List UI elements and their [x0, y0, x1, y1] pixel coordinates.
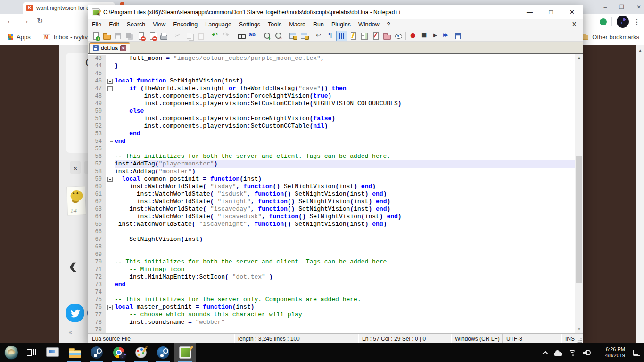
wifi-icon[interactable] — [569, 349, 577, 356]
extension-icon[interactable] — [600, 18, 607, 25]
menu-encoding[interactable]: Encoding — [169, 19, 201, 30]
code-line-69[interactable]: 69 — [88, 251, 575, 258]
editor-scrollbar[interactable]: ▲ ▼ — [575, 54, 583, 333]
npp-close-button[interactable]: ✕ — [561, 5, 583, 19]
taskbar-app-steam-b[interactable] — [152, 343, 174, 362]
onedrive-icon[interactable] — [554, 349, 562, 356]
macro-play-button[interactable] — [430, 31, 441, 41]
menu-view[interactable]: View — [149, 19, 169, 30]
chrome-menu-icon[interactable]: ⋮ — [634, 18, 640, 25]
gmail-icon[interactable]: M — [43, 34, 50, 40]
back-button[interactable]: ← — [7, 16, 14, 25]
scrollbar-up-arrow[interactable]: ▲ — [575, 56, 583, 60]
paste-button[interactable] — [195, 31, 206, 41]
twitter-share-button[interactable] — [66, 304, 84, 322]
status-eol-format[interactable]: Windows (CR LF) — [451, 334, 503, 344]
taskbar-app-system-monitor[interactable] — [41, 343, 63, 362]
code-line-55[interactable]: 55 — [88, 145, 575, 153]
task-view-button[interactable] — [22, 343, 41, 362]
code-editor[interactable]: 43 full_moon = "images/colour_cubes/purp… — [88, 54, 583, 333]
fold-toggle-icon[interactable] — [106, 304, 115, 311]
reload-button[interactable]: ↻ — [37, 16, 43, 25]
menu-settings[interactable]: Settings — [235, 19, 264, 30]
macro-record-button[interactable] — [407, 31, 419, 41]
zoom-out-button[interactable] — [273, 31, 284, 41]
volume-icon[interactable] — [583, 349, 592, 356]
code-line-45[interactable]: 45 — [88, 70, 575, 77]
code-line-51[interactable]: 51 inst.components.playervision:ForceNig… — [88, 115, 575, 123]
profile-avatar[interactable] — [617, 16, 629, 28]
code-line-43[interactable]: 43 full_moon = "images/colour_cubes/purp… — [88, 55, 575, 62]
start-button[interactable] — [0, 343, 22, 362]
copy-button[interactable] — [184, 31, 195, 41]
code-line-56[interactable]: 56-- This initializes for both the serve… — [88, 153, 575, 160]
code-line-59[interactable]: 59 local common_postinit = function(inst… — [88, 175, 575, 183]
menu-search[interactable]: Search — [123, 19, 149, 30]
code-line-70[interactable]: 70-- This initializes for both the serve… — [88, 258, 575, 266]
code-line-72[interactable]: 72 inst.MiniMapEntity:SetIcon( "dot.tex"… — [88, 273, 575, 281]
action-center-icon[interactable] — [633, 350, 640, 356]
find-button[interactable] — [236, 31, 247, 41]
code-line-58[interactable]: 58inst:AddTag("monster") — [88, 168, 575, 175]
code-line-67[interactable]: 67 SetNightVision(inst) — [88, 236, 575, 243]
code-line-63[interactable]: 63 inst:WatchWorldState( "iscaveday", fu… — [88, 206, 575, 213]
code-line-75[interactable]: 75-- This initializes for the server onl… — [88, 296, 575, 304]
user-defined-lang-button[interactable] — [347, 31, 359, 41]
menubar-close-document-button[interactable]: X — [572, 21, 583, 28]
code-line-44[interactable]: 44} — [88, 62, 575, 70]
macro-run-multiple-button[interactable] — [441, 31, 453, 41]
apps-grid-icon[interactable] — [8, 34, 13, 40]
taskbar-app-paint[interactable] — [130, 343, 152, 362]
tray-overflow-chevron-icon[interactable] — [542, 350, 548, 355]
code-line-48[interactable]: 48 inst.components.playervision:ForceNig… — [88, 92, 575, 100]
menu-tools[interactable]: Tools — [264, 19, 285, 30]
replace-button[interactable] — [247, 31, 258, 41]
code-line-49[interactable]: 49 inst.components.playervision:SetCusto… — [88, 100, 575, 107]
taskbar-app-chrome-game[interactable] — [107, 343, 130, 362]
code-line-74[interactable]: 74 — [88, 288, 575, 296]
code-line-47[interactable]: 47 if (TheWorld.state.isnight or TheWorl… — [88, 85, 575, 92]
macro-stop-button[interactable] — [419, 31, 430, 41]
close-file-button[interactable] — [135, 31, 147, 41]
monitoring-button[interactable] — [393, 31, 404, 41]
sync-h-scroll-button[interactable] — [299, 31, 310, 41]
document-tab-dotlua[interactable]: dot.lua ✕ — [89, 42, 130, 53]
status-encoding[interactable]: UTF-8 — [503, 334, 561, 344]
open-file-button[interactable] — [101, 31, 113, 41]
print-button[interactable] — [158, 31, 169, 41]
bookmark-apps[interactable]: Apps — [17, 33, 31, 41]
taskbar-app-notepad-plus-plus[interactable] — [174, 343, 196, 362]
menu-file[interactable]: File — [88, 19, 105, 30]
code-line-66[interactable]: 66 — [88, 228, 575, 236]
chrome-restore-button[interactable]: ❐ — [619, 4, 624, 10]
close-all-button[interactable] — [147, 31, 158, 41]
save-button[interactable] — [113, 31, 124, 41]
show-all-chars-button[interactable] — [325, 31, 336, 41]
code-line-54[interactable]: 54end — [88, 138, 575, 145]
undo-button[interactable] — [210, 31, 221, 41]
npp-maximize-button[interactable]: □ — [540, 5, 561, 19]
chrome-close-button[interactable]: ✕ — [636, 4, 641, 10]
doc-map-button[interactable] — [359, 31, 370, 41]
function-list-button[interactable] — [370, 31, 381, 41]
folder-workspace-button[interactable] — [381, 31, 393, 41]
menu-window[interactable]: Window — [355, 19, 383, 30]
code-line-52[interactable]: 52 inst.components.playervision:SetCusto… — [88, 123, 575, 130]
collapse-button[interactable]: « — [70, 161, 81, 174]
forward-button[interactable]: → — [22, 16, 29, 25]
zoom-in-button[interactable] — [262, 31, 273, 41]
menu-plugins[interactable]: Plugins — [328, 19, 355, 30]
fold-toggle-icon[interactable] — [106, 77, 115, 85]
spider-drawing-thumbnail[interactable]: 1-4 — [66, 186, 86, 215]
redo-button[interactable] — [221, 31, 232, 41]
code-line-64[interactable]: 64 inst:WatchWorldState( "iscavedusk", f… — [88, 213, 575, 221]
npp-titlebar[interactable]: C:\Program Files (x86)\Steam\steamapps\c… — [88, 5, 583, 19]
code-line-61[interactable]: 61 inst:WatchWorldState( "isdusk", funct… — [88, 190, 575, 198]
code-line-46[interactable]: 46local function SetNightVision(inst) — [88, 77, 575, 85]
code-line-60[interactable]: 60 inst:WatchWorldState( "isday", functi… — [88, 183, 575, 190]
tab-close-icon[interactable]: ✕ — [120, 45, 126, 51]
other-bookmarks[interactable]: Other bookmarks — [582, 29, 639, 45]
fold-toggle-icon[interactable] — [106, 85, 115, 92]
code-line-71[interactable]: 71 -- Minimap icon — [88, 266, 575, 273]
code-line-53[interactable]: 53 end — [88, 130, 575, 138]
